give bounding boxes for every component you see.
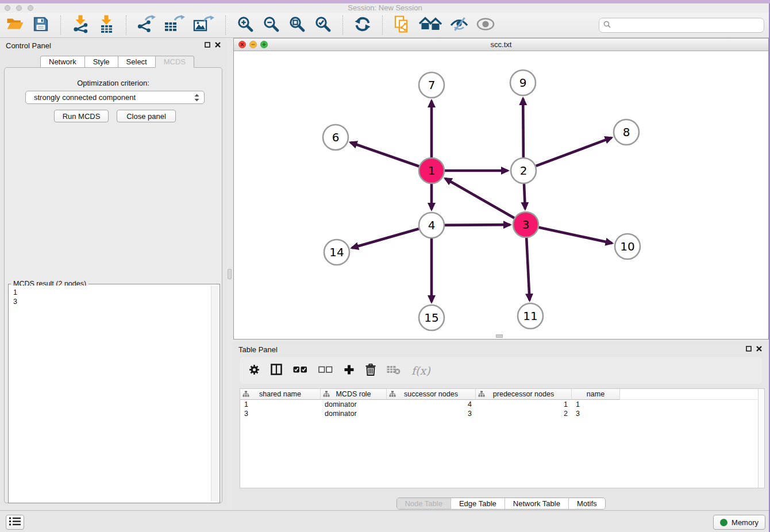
table-panel: Table Panel f(x) shared nameMCDS rolesuc… (233, 342, 769, 510)
graph-edge-4-14[interactable] (352, 229, 418, 248)
column-header-mcds-role[interactable]: MCDS role (321, 389, 387, 400)
float-panel-icon[interactable] (205, 42, 210, 48)
table-cell[interactable]: 3 (387, 410, 476, 418)
search-input[interactable] (614, 21, 764, 30)
delete-table-button (387, 365, 401, 377)
column-layout-icon (271, 364, 282, 377)
export-network-button[interactable] (137, 15, 156, 36)
tab-motifs[interactable]: Motifs (568, 498, 605, 509)
table-cell[interactable]: 2 (476, 410, 572, 418)
close-window-button[interactable] (5, 5, 10, 11)
graph-node-8[interactable]: 8 (614, 119, 639, 145)
graph-node-15[interactable]: 15 (419, 305, 444, 330)
tab-mcds[interactable]: MCDS (155, 56, 194, 68)
graph-node-6[interactable]: 6 (323, 125, 348, 150)
canvas-hscroll-thumb[interactable] (496, 334, 503, 338)
show-all-networks-icon (419, 17, 442, 34)
table-cell[interactable]: dominator (321, 410, 387, 418)
graph-edge-2-9[interactable] (523, 98, 523, 157)
close-panel-button[interactable]: Close panel (117, 110, 176, 122)
graph-edge-3-11[interactable] (526, 238, 529, 300)
table-cell[interactable]: 1 (572, 400, 620, 408)
criterion-dropdown[interactable]: strongly connected component (25, 91, 205, 104)
panel-splitter-handle[interactable] (228, 269, 232, 279)
column-header-successor-nodes[interactable]: successor nodes (387, 389, 476, 400)
zoom-selected-button[interactable] (314, 15, 332, 36)
graph-node-label: 4 (428, 218, 436, 232)
table-row[interactable]: 3dominator323 (240, 409, 764, 418)
maximize-window-button[interactable] (28, 5, 33, 11)
select-all-columns-button[interactable] (293, 365, 307, 376)
save-session-button[interactable] (32, 15, 50, 36)
show-all-networks-button[interactable] (419, 15, 442, 36)
task-history-button[interactable] (6, 515, 24, 530)
apply-layout-button[interactable] (353, 15, 372, 36)
table-row[interactable]: 1dominator411 (240, 400, 764, 409)
column-header-shared-name[interactable]: shared name (240, 389, 321, 400)
network-minimize-button[interactable] (249, 41, 257, 48)
tab-network-table[interactable]: Network Table (505, 498, 568, 509)
table-scrollbar[interactable] (758, 389, 764, 488)
graph-node-10[interactable]: 10 (615, 234, 640, 259)
tab-network[interactable]: Network (40, 56, 84, 68)
graph-node-4[interactable]: 4 (419, 213, 444, 238)
graph-edge-2-3[interactable] (524, 184, 525, 209)
column-header-predecessor-nodes[interactable]: predecessor nodes (476, 389, 572, 400)
table-cell[interactable]: 1 (476, 400, 572, 408)
graph-edge-2-8[interactable] (536, 138, 612, 166)
mcds-result-textarea[interactable]: 13 (10, 286, 218, 502)
column-layout-button[interactable] (271, 364, 282, 377)
zoom-out-button[interactable] (262, 15, 280, 36)
tab-select[interactable]: Select (118, 56, 155, 68)
graph-edge-1-6[interactable] (351, 142, 419, 166)
graph-edge-3-1[interactable] (445, 179, 514, 218)
hide-panels-button[interactable] (449, 15, 469, 36)
graph-node-14[interactable]: 14 (324, 240, 349, 265)
delete-column-button[interactable] (365, 364, 376, 378)
column-header-name[interactable]: name (572, 389, 620, 400)
graph-node-11[interactable]: 11 (518, 303, 543, 329)
tab-edge-table[interactable]: Edge Table (451, 498, 505, 509)
deselect-all-columns-button[interactable] (318, 365, 333, 376)
close-table-panel-icon[interactable] (756, 346, 762, 352)
zoom-fit-button[interactable] (288, 15, 306, 36)
network-zoom-button[interactable] (260, 41, 268, 48)
export-image-button[interactable] (193, 15, 215, 36)
graph-node-1[interactable]: 1 (419, 158, 444, 183)
tab-style[interactable]: Style (84, 56, 118, 68)
table-settings-button[interactable] (249, 364, 260, 377)
network-canvas[interactable]: 7968124314101511 (234, 52, 768, 339)
run-mcds-button[interactable]: Run MCDS (54, 110, 109, 122)
table-cell[interactable]: dominator (321, 400, 387, 408)
graph-edge-4-3[interactable] (445, 225, 510, 225)
toolbar-separator (342, 16, 343, 35)
export-table-button[interactable] (164, 15, 186, 36)
result-scrollbar[interactable] (211, 286, 218, 502)
status-bar: Memory (0, 510, 770, 532)
zoom-in-button[interactable] (236, 15, 255, 36)
clone-network-button[interactable] (393, 15, 411, 36)
apply-function-icon: f(x) (411, 364, 430, 377)
table-cell[interactable]: 1 (240, 400, 321, 408)
close-panel-icon[interactable] (215, 42, 221, 48)
import-table-button[interactable] (97, 15, 116, 36)
table-panel-header: Table Panel (233, 342, 769, 357)
memory-button[interactable]: Memory (713, 515, 765, 530)
table-cell[interactable]: 3 (572, 410, 620, 418)
add-column-button[interactable] (344, 364, 355, 377)
graph-node-label: 15 (424, 311, 438, 325)
graph-node-2[interactable]: 2 (511, 158, 536, 183)
tab-node-table[interactable]: Node Table (396, 498, 451, 509)
graph-node-7[interactable]: 7 (419, 72, 444, 98)
graph-edge-3-10[interactable] (538, 228, 612, 243)
minimize-window-button[interactable] (16, 5, 22, 11)
graph-node-3[interactable]: 3 (513, 212, 538, 237)
open-file-button[interactable] (6, 15, 24, 36)
float-table-panel-icon[interactable] (746, 346, 752, 352)
toolbar-separator (126, 16, 126, 35)
table-cell[interactable]: 3 (240, 410, 321, 418)
import-network-button[interactable] (71, 15, 90, 36)
graph-node-9[interactable]: 9 (510, 70, 536, 95)
table-cell[interactable]: 4 (387, 400, 476, 408)
network-close-button[interactable] (238, 41, 246, 48)
